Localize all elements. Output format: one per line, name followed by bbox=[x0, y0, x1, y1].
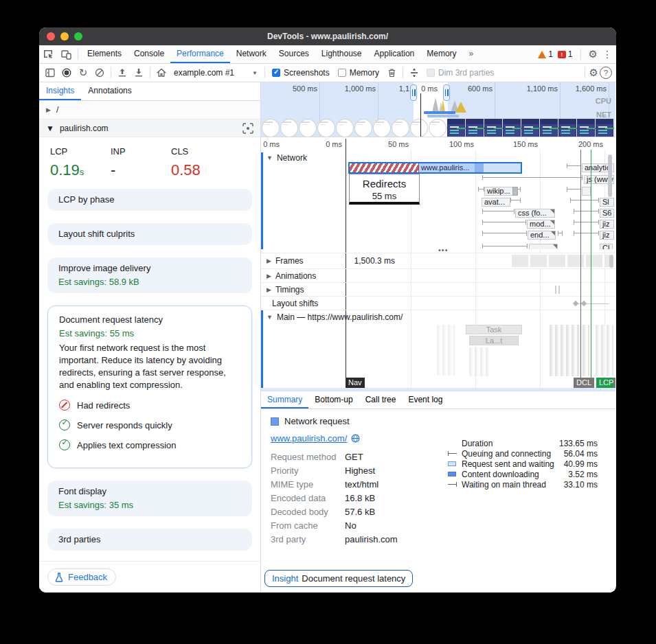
network-request[interactable]: jiz bbox=[600, 220, 614, 229]
close-window-button[interactable] bbox=[47, 32, 55, 41]
open-in-new-tab-icon[interactable] bbox=[351, 434, 360, 443]
network-request[interactable]: mod... bbox=[527, 220, 555, 229]
garbage-collect-icon[interactable] bbox=[383, 65, 400, 81]
network-request[interactable]: Sl bbox=[600, 198, 614, 207]
screenshot-thumbnail[interactable] bbox=[354, 119, 372, 137]
network-request[interactable]: S6 bbox=[600, 209, 614, 218]
screenshot-thumbnail[interactable] bbox=[558, 119, 576, 137]
screenshot-thumbnail[interactable] bbox=[336, 119, 354, 137]
screenshot-thumbnail[interactable] bbox=[577, 119, 595, 137]
collapse-main-icon[interactable]: ▼ bbox=[267, 314, 273, 321]
main-menu-icon[interactable]: ⋮ bbox=[602, 49, 612, 60]
track-resize-handle[interactable]: ••• bbox=[438, 246, 449, 254]
sidebar-tab-insights[interactable]: Insights bbox=[39, 82, 81, 100]
network-request[interactable]: jiz bbox=[600, 231, 614, 240]
network-request[interactable]: wikip... bbox=[484, 187, 514, 196]
network-track[interactable]: ▼Network www.pauliris... Redirects 55 ms… bbox=[261, 152, 615, 249]
details-tab-bottom-up[interactable]: Bottom-up bbox=[308, 391, 359, 409]
layout-bar[interactable]: La...t bbox=[469, 336, 519, 345]
tab-lighthouse[interactable]: Lighthouse bbox=[315, 45, 368, 63]
network-request[interactable]: Cl bbox=[600, 244, 613, 249]
settings-gear-icon[interactable]: ⚙ bbox=[589, 48, 598, 60]
more-tabs-button[interactable]: » bbox=[463, 45, 480, 63]
screenshot-thumbnail[interactable] bbox=[484, 119, 502, 137]
history-select[interactable]: example.com #1▼ bbox=[170, 67, 262, 79]
timeline-overview[interactable]: 500 ms1,000 ms1,10 ms600 ms1,100 ms1,600… bbox=[261, 82, 615, 137]
insight-card[interactable]: Document request latencyEst savings: 55 … bbox=[47, 306, 252, 468]
download-profile-icon[interactable] bbox=[131, 65, 147, 81]
insight-card[interactable]: Font displayEst savings: 35 ms bbox=[47, 481, 252, 516]
memory-checkbox[interactable]: Memory bbox=[338, 68, 379, 78]
network-request[interactable] bbox=[512, 187, 518, 196]
tab-elements[interactable]: Elements bbox=[81, 45, 128, 63]
animations-track[interactable]: ▶ Animations bbox=[261, 268, 615, 282]
task-bar[interactable]: Task bbox=[466, 325, 522, 334]
screenshot-thumbnail[interactable] bbox=[280, 119, 298, 137]
insight-card[interactable]: Layout shift culprits bbox=[47, 223, 252, 245]
screenshot-thumbnail[interactable] bbox=[521, 119, 539, 137]
insight-card[interactable]: 3rd parties bbox=[47, 529, 252, 551]
main-thread-track[interactable]: ▼ Main — https://www.paulirish.com/ bbox=[261, 310, 615, 324]
layout-shifts-track[interactable]: Layout shifts bbox=[261, 296, 615, 310]
warnings-badge[interactable]: 1 bbox=[538, 49, 553, 59]
sidebar-tab-annotations[interactable]: Annotations bbox=[81, 82, 138, 100]
overview-left-handle[interactable] bbox=[410, 84, 417, 101]
home-icon[interactable] bbox=[153, 65, 170, 81]
insight-chip[interactable]: InsightDocument request latency bbox=[264, 570, 413, 587]
minimize-window-button[interactable] bbox=[60, 32, 69, 41]
insight-card[interactable]: Improve image deliveryEst savings: 58.9 … bbox=[47, 257, 252, 293]
screenshot-thumbnail[interactable] bbox=[410, 119, 428, 137]
tab-memory[interactable]: Memory bbox=[420, 45, 462, 63]
toggle-sidebar-icon[interactable] bbox=[42, 65, 58, 81]
capture-settings-gear-icon[interactable]: ⚙ bbox=[589, 67, 598, 79]
details-tab-event-log[interactable]: Event log bbox=[402, 391, 449, 409]
upload-profile-icon[interactable] bbox=[114, 65, 131, 81]
inspect-element-icon[interactable] bbox=[39, 45, 57, 63]
flame-chart[interactable]: 0 ms0 ms50 ms100 ms150 ms200 ms ▼Network… bbox=[261, 137, 615, 390]
screenshot-thumbnail[interactable] bbox=[596, 119, 613, 137]
expand-timings-icon[interactable]: ▶ bbox=[267, 286, 271, 293]
network-request[interactable]: ... bbox=[529, 244, 558, 249]
network-request[interactable]: end... bbox=[528, 231, 556, 240]
tracks-scrollbar[interactable] bbox=[609, 255, 613, 268]
trace-path-row[interactable]: ▶ / bbox=[39, 101, 260, 119]
feedback-button[interactable]: Feedback bbox=[47, 568, 116, 586]
details-tab-summary[interactable]: Summary bbox=[261, 391, 308, 409]
collapse-tracks-icon[interactable] bbox=[406, 65, 422, 81]
request-url-link[interactable]: www.paulirish.com/ bbox=[271, 433, 347, 444]
overview-right-handle[interactable] bbox=[443, 84, 450, 101]
screenshot-thumbnail[interactable] bbox=[447, 119, 465, 137]
tab-performance[interactable]: Performance bbox=[170, 45, 230, 63]
network-request[interactable]: css (fo... bbox=[515, 209, 555, 218]
record-icon[interactable] bbox=[58, 65, 75, 81]
screenshot-thumbnail[interactable] bbox=[429, 119, 446, 137]
network-request[interactable] bbox=[582, 187, 591, 196]
tab-network[interactable]: Network bbox=[230, 45, 273, 63]
screenshot-thumbnail[interactable] bbox=[262, 119, 280, 137]
tab-sources[interactable]: Sources bbox=[273, 45, 315, 63]
collapse-network-icon[interactable]: ▼ bbox=[267, 154, 273, 161]
screenshots-filmstrip[interactable] bbox=[262, 119, 613, 137]
site-group-row[interactable]: ▼ paulirish.com bbox=[39, 119, 260, 137]
screenshot-thumbnail[interactable] bbox=[540, 119, 558, 137]
screenshot-thumbnail[interactable] bbox=[373, 119, 391, 137]
network-scrollbar[interactable] bbox=[608, 154, 612, 197]
timings-track[interactable]: ▶ Timings bbox=[261, 282, 615, 296]
details-tab-call-tree[interactable]: Call tree bbox=[359, 391, 403, 409]
clear-icon[interactable] bbox=[91, 65, 108, 81]
screenshot-thumbnail[interactable] bbox=[392, 119, 409, 137]
expand-animations-icon[interactable]: ▶ bbox=[267, 273, 271, 279]
zoom-window-button[interactable] bbox=[74, 32, 82, 41]
network-request[interactable]: avat... bbox=[482, 198, 510, 207]
device-toolbar-icon[interactable] bbox=[57, 45, 75, 63]
screenshot-thumbnail[interactable] bbox=[317, 119, 335, 137]
screenshot-thumbnail[interactable] bbox=[466, 119, 484, 137]
screenshot-thumbnail[interactable] bbox=[503, 119, 521, 137]
issues-badge[interactable]: !1 bbox=[558, 49, 573, 59]
expand-frames-icon[interactable]: ▶ bbox=[267, 257, 271, 264]
help-icon[interactable]: ? bbox=[600, 67, 612, 79]
record-and-reload-icon[interactable]: ↻ bbox=[75, 65, 91, 81]
tab-console[interactable]: Console bbox=[128, 45, 170, 63]
frames-track[interactable]: ▶ Frames 1,500.3 ms bbox=[261, 253, 615, 268]
insight-card[interactable]: LCP by phase bbox=[47, 189, 252, 211]
